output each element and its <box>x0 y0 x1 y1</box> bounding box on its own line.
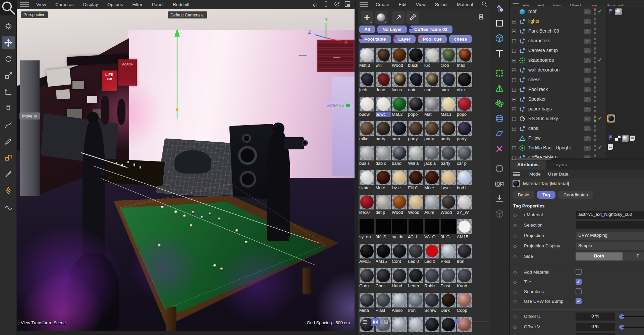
filter-tab-pool-cue[interactable]: Pool cue <box>418 35 447 43</box>
material-thumbnail[interactable] <box>376 97 391 111</box>
material-thumbnail[interactable] <box>425 244 439 258</box>
keyframe-diamond-icon[interactable]: ◇ <box>513 270 517 275</box>
thumbnail-size-slider-knob[interactable] <box>454 319 459 324</box>
material-name[interactable]: mikal <box>359 136 375 141</box>
material-name[interactable]: Led 0 <box>408 259 424 264</box>
camera-icon[interactable] <box>492 177 507 191</box>
material-cell[interactable]: Alum <box>424 194 440 219</box>
material-cell[interactable]: Will a <box>408 145 424 170</box>
material-name[interactable]: black <box>408 63 424 68</box>
editor-visibility-dot[interactable] <box>594 47 596 50</box>
material-thumbnail[interactable] <box>360 195 374 209</box>
material-cell[interactable]: Dark <box>440 292 457 317</box>
filter-tab-pool-table[interactable]: Pool table <box>359 35 391 43</box>
material-cell[interactable]: Lyse- <box>440 170 457 194</box>
material-name[interactable]: Wood <box>392 210 407 215</box>
material-cell[interactable]: party <box>457 121 473 145</box>
material-cell[interactable]: black <box>408 47 424 71</box>
material-cell[interactable]: sam <box>440 71 457 96</box>
om-menu-file[interactable]: File <box>523 3 529 6</box>
material-name[interactable]: Leath <box>408 283 424 288</box>
material-cell[interactable]: party <box>408 121 424 145</box>
material-menu-select[interactable]: Select <box>430 2 452 7</box>
material-name[interactable]: AM15 <box>457 234 472 239</box>
material-thumbnail[interactable] <box>409 170 423 185</box>
material-cell[interactable]: AM15 <box>359 243 375 268</box>
material-cell[interactable]: Plexi <box>440 243 457 268</box>
keyframe-diamond-icon[interactable]: ◇ <box>513 243 517 249</box>
material-name[interactable]: skate <box>359 185 375 190</box>
nav-arrow-icon[interactable] <box>492 1 507 15</box>
material-name[interactable]: party <box>441 136 456 141</box>
edit-toggle[interactable]: ∕ <box>584 87 591 92</box>
expand-toggle[interactable]: + <box>512 98 516 101</box>
material-cell[interactable]: Screw <box>424 292 440 317</box>
object-name[interactable]: roof <box>528 9 536 14</box>
new-material-button[interactable]: + <box>361 11 373 24</box>
material-cell[interactable]: Meta <box>359 292 375 317</box>
material-name[interactable]: Alum <box>424 210 440 215</box>
material-cell[interactable]: dab c <box>375 145 391 170</box>
filter-tab-chess[interactable]: chess <box>449 35 472 43</box>
object-row-rs-sun-sky[interactable]: +RS Sun & Sky∕✓ <box>510 114 644 124</box>
material-name[interactable]: Mat.3 <box>359 63 375 68</box>
object-row-park-bench-03[interactable]: +Park Bench 03∕ <box>510 27 644 36</box>
orbit-icon[interactable] <box>333 0 340 9</box>
material-name[interactable]: will <box>376 63 391 68</box>
material-thumbnail[interactable] <box>425 195 439 209</box>
material-thumbnail[interactable] <box>376 293 391 307</box>
material-cell[interactable]: aixtr- <box>457 71 473 96</box>
material-cell[interactable]: Hand <box>391 268 408 292</box>
cube-dim-icon[interactable] <box>492 207 507 221</box>
material-name[interactable]: party <box>424 136 440 141</box>
render-visibility-dot[interactable] <box>594 22 596 25</box>
material-cell[interactable]: sy_da <box>391 219 408 243</box>
dolly-icon[interactable] <box>322 0 330 9</box>
menu-display[interactable]: Display <box>78 2 103 7</box>
material-thumbnail[interactable] <box>425 170 439 185</box>
material-thumbnail[interactable] <box>376 48 391 62</box>
material-cell[interactable]: VA_C <box>424 219 440 243</box>
material-name[interactable]: bus s <box>359 161 375 166</box>
material-cell[interactable]: bud l <box>457 170 473 194</box>
object-name[interactable]: Tortilla Bag - Upright <box>528 145 571 150</box>
material-thumbnail[interactable] <box>376 72 391 87</box>
edit-toggle[interactable]: ∕ <box>584 146 591 151</box>
material-cell[interactable]: party <box>440 145 457 170</box>
material-name[interactable]: Wood <box>441 210 456 215</box>
material-cell[interactable]: Rubb <box>424 268 440 292</box>
material-name[interactable]: lux <box>424 63 440 68</box>
material-thumbnail[interactable] <box>457 170 472 185</box>
material-cell[interactable]: Leath <box>408 268 424 292</box>
material-name[interactable]: Rubb <box>424 283 440 288</box>
editor-visibility-dot[interactable] <box>594 115 596 118</box>
material-thumbnail[interactable] <box>409 195 423 209</box>
material-thumbnail[interactable] <box>360 72 374 87</box>
material-name[interactable]: Lyse- <box>392 185 407 190</box>
material-cell[interactable]: budw <box>359 96 375 121</box>
wave-tool[interactable] <box>2 200 15 214</box>
plane-icon[interactable] <box>492 127 507 141</box>
material-name[interactable]: Knob <box>457 283 472 288</box>
material-preset-button[interactable] <box>375 11 387 24</box>
material-thumbnail[interactable] <box>360 146 374 160</box>
material-name[interactable]: Led 0 <box>424 259 440 264</box>
value-field[interactable]: 0 % <box>576 313 615 321</box>
menu-view[interactable]: View <box>32 2 51 7</box>
material-name[interactable]: 4C_L <box>408 234 424 239</box>
edit-toggle[interactable]: ∕ <box>584 78 591 83</box>
material-name[interactable]: crob <box>441 63 456 68</box>
material-thumbnail[interactable] <box>457 244 472 258</box>
compact-view-icon[interactable] <box>381 318 390 326</box>
material-thumbnail[interactable] <box>441 268 456 283</box>
material-cell[interactable]: Lyse- <box>391 170 408 194</box>
filter-tab-no-layer[interactable]: No Layer <box>377 26 407 33</box>
material-cell[interactable]: Copp <box>457 292 473 317</box>
material-cell[interactable]: sy_da <box>359 219 375 243</box>
material-name[interactable]: 2Y_W <box>457 210 472 215</box>
material-cell[interactable]: jack <box>359 71 375 96</box>
material-thumbnail[interactable] <box>425 146 439 160</box>
material-thumbnail[interactable] <box>441 219 456 234</box>
material-cell[interactable]: life10 <box>359 194 375 219</box>
object-row-lights[interactable]: +lights∕ <box>510 17 644 27</box>
